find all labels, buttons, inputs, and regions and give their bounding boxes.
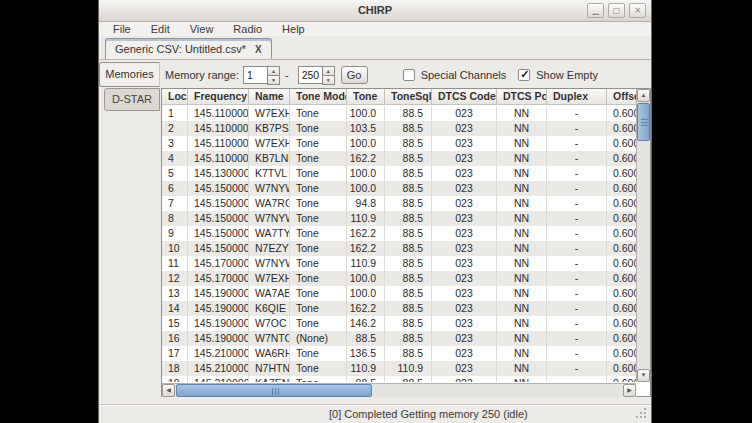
grid-cell[interactable]: 110.9 bbox=[347, 361, 385, 376]
grid-cell[interactable]: 0.600000 bbox=[607, 121, 636, 136]
grid-cell[interactable]: 0.600000 bbox=[607, 331, 636, 346]
grid-cell[interactable]: - bbox=[547, 196, 607, 211]
grid-cell[interactable]: 023 bbox=[432, 211, 497, 226]
column-header-duplex[interactable]: Duplex bbox=[547, 89, 607, 105]
grid-cell[interactable]: Tone bbox=[290, 211, 347, 226]
grid-cell[interactable]: 145.150000 bbox=[188, 196, 249, 211]
table-row[interactable]: 8145.150000W7NYWTone110.988.5023NN-0.600… bbox=[162, 211, 636, 226]
grid-cell[interactable]: - bbox=[547, 301, 607, 316]
grid-cell[interactable]: 110.9 bbox=[347, 256, 385, 271]
grid-cell[interactable]: Tone bbox=[290, 181, 347, 196]
table-row[interactable]: 3145.110000W7EXHTone100.088.5023NN-0.600… bbox=[162, 136, 636, 151]
grid-cell[interactable]: WA7ROB bbox=[249, 196, 290, 211]
grid-cell[interactable]: - bbox=[547, 346, 607, 361]
grid-cell[interactable]: 0.600000 bbox=[607, 301, 636, 316]
tab-close-icon[interactable]: X bbox=[255, 40, 262, 59]
grid-cell[interactable]: 162.2 bbox=[347, 151, 385, 166]
grid-cell[interactable]: - bbox=[547, 181, 607, 196]
grid-cell[interactable]: 103.5 bbox=[347, 121, 385, 136]
grid-cell[interactable]: 023 bbox=[432, 361, 497, 376]
grid-cell[interactable]: - bbox=[547, 121, 607, 136]
column-header-tone[interactable]: Tone bbox=[347, 89, 385, 105]
title-bar[interactable]: CHIRP ▁ ▢ ✕ bbox=[99, 0, 651, 22]
grid-cell[interactable]: WA7TYD bbox=[249, 226, 290, 241]
grid-cell[interactable]: 0.600000 bbox=[607, 196, 636, 211]
grid-cell[interactable]: 146.2 bbox=[347, 316, 385, 331]
spin-up-icon[interactable]: ▲ bbox=[322, 66, 335, 75]
table-row[interactable]: 14145.190000K6QIETone162.288.5023NN-0.60… bbox=[162, 301, 636, 316]
grid-cell[interactable]: NN bbox=[497, 301, 547, 316]
table-row[interactable]: 16145.190000W7NTO(None)88.588.5023NN-0.6… bbox=[162, 331, 636, 346]
grid-cell[interactable]: 94.8 bbox=[347, 196, 385, 211]
grid-cell[interactable]: 88.5 bbox=[385, 256, 432, 271]
grid-cell[interactable]: - bbox=[547, 256, 607, 271]
grid-cell[interactable]: 88.5 bbox=[385, 346, 432, 361]
grid-cell[interactable]: 1 bbox=[162, 106, 188, 121]
grid-cell[interactable]: NN bbox=[497, 271, 547, 286]
grid-cell[interactable]: NN bbox=[497, 376, 547, 382]
grid-cell[interactable]: 0.600000 bbox=[607, 136, 636, 151]
grid-cell[interactable]: 4 bbox=[162, 151, 188, 166]
grid-cell[interactable]: NN bbox=[497, 241, 547, 256]
grid-cell[interactable]: 145.190000 bbox=[188, 331, 249, 346]
grid-cell[interactable]: 023 bbox=[432, 241, 497, 256]
maximize-icon[interactable]: ▢ bbox=[608, 3, 625, 18]
grid-cell[interactable]: N7HTN bbox=[249, 361, 290, 376]
grid-cell[interactable]: NN bbox=[497, 136, 547, 151]
table-row[interactable]: 11145.170000W7NYWTone110.988.5023NN-0.60… bbox=[162, 256, 636, 271]
table-row[interactable]: 13145.190000WA7ABUTone100.088.5023NN-0.6… bbox=[162, 286, 636, 301]
grid-cell[interactable]: 88.5 bbox=[385, 106, 432, 121]
table-row[interactable]: 19145.210000KA7ENKTone88.588.5023NN-0.60… bbox=[162, 376, 636, 382]
grid-cell[interactable]: 0.600000 bbox=[607, 286, 636, 301]
grid-cell[interactable]: 145.110000 bbox=[188, 106, 249, 121]
grid-cell[interactable]: 5 bbox=[162, 166, 188, 181]
grid-cell[interactable]: 145.110000 bbox=[188, 151, 249, 166]
grid-cell[interactable]: 88.5 bbox=[385, 211, 432, 226]
grid-cell[interactable]: 9 bbox=[162, 226, 188, 241]
grid-cell[interactable]: 162.2 bbox=[347, 226, 385, 241]
table-row[interactable]: 9145.150000WA7TYDTone162.288.5023NN-0.60… bbox=[162, 226, 636, 241]
grid-cell[interactable]: 145.210000 bbox=[188, 346, 249, 361]
grid-cell[interactable]: NN bbox=[497, 256, 547, 271]
grid-cell[interactable]: 88.5 bbox=[347, 331, 385, 346]
grid-cell[interactable]: NN bbox=[497, 151, 547, 166]
grid-cell[interactable]: 145.190000 bbox=[188, 301, 249, 316]
grid-cell[interactable]: 136.5 bbox=[347, 346, 385, 361]
grid-cell[interactable]: - bbox=[547, 316, 607, 331]
spin-up-icon[interactable]: ▲ bbox=[267, 66, 280, 75]
spin-down-icon[interactable]: ▼ bbox=[267, 75, 280, 85]
grid-cell[interactable]: (None) bbox=[290, 331, 347, 346]
grid-cell[interactable]: 023 bbox=[432, 301, 497, 316]
grid-cell[interactable]: 11 bbox=[162, 256, 188, 271]
menu-edit[interactable]: Edit bbox=[141, 22, 180, 36]
grid-cell[interactable]: 145.110000 bbox=[188, 121, 249, 136]
range-end-input[interactable] bbox=[298, 66, 322, 84]
grid-cell[interactable]: 145.130000 bbox=[188, 166, 249, 181]
grid-cell[interactable]: 0.600000 bbox=[607, 106, 636, 121]
grid-cell[interactable]: 88.5 bbox=[385, 301, 432, 316]
grid-cell[interactable]: 88.5 bbox=[385, 271, 432, 286]
grid-cell[interactable]: 110.9 bbox=[385, 361, 432, 376]
grid-cell[interactable]: 88.5 bbox=[385, 226, 432, 241]
grid-cell[interactable]: - bbox=[547, 136, 607, 151]
grid-cell[interactable]: - bbox=[547, 361, 607, 376]
grid-cell[interactable]: 145.210000 bbox=[188, 376, 249, 382]
vertical-scrollbar-thumb[interactable] bbox=[637, 103, 650, 141]
vertical-scrollbar[interactable]: ▲ ▼ bbox=[636, 89, 650, 382]
tab-generic-csv[interactable]: Generic CSV: Untitled.csv* X bbox=[105, 38, 272, 60]
grid-cell[interactable]: 12 bbox=[162, 271, 188, 286]
grid-cell[interactable]: 19 bbox=[162, 376, 188, 382]
table-row[interactable]: 4145.110000KB7LNRTone162.288.5023NN-0.60… bbox=[162, 151, 636, 166]
grid-cell[interactable]: 023 bbox=[432, 166, 497, 181]
grid-cell[interactable]: 145.150000 bbox=[188, 181, 249, 196]
grid-cell[interactable]: 162.2 bbox=[347, 301, 385, 316]
menu-view[interactable]: View bbox=[180, 22, 224, 36]
grid-cell[interactable]: NN bbox=[497, 181, 547, 196]
grid-cell[interactable]: 88.5 bbox=[385, 331, 432, 346]
grid-cell[interactable]: 023 bbox=[432, 256, 497, 271]
grid-cell[interactable]: - bbox=[547, 106, 607, 121]
table-row[interactable]: 7145.150000WA7ROBTone94.888.5023NN-0.600… bbox=[162, 196, 636, 211]
grid-cell[interactable]: 0.600000 bbox=[607, 316, 636, 331]
grid-cell[interactable]: W7NYW bbox=[249, 211, 290, 226]
grid-cell[interactable]: 145.150000 bbox=[188, 241, 249, 256]
